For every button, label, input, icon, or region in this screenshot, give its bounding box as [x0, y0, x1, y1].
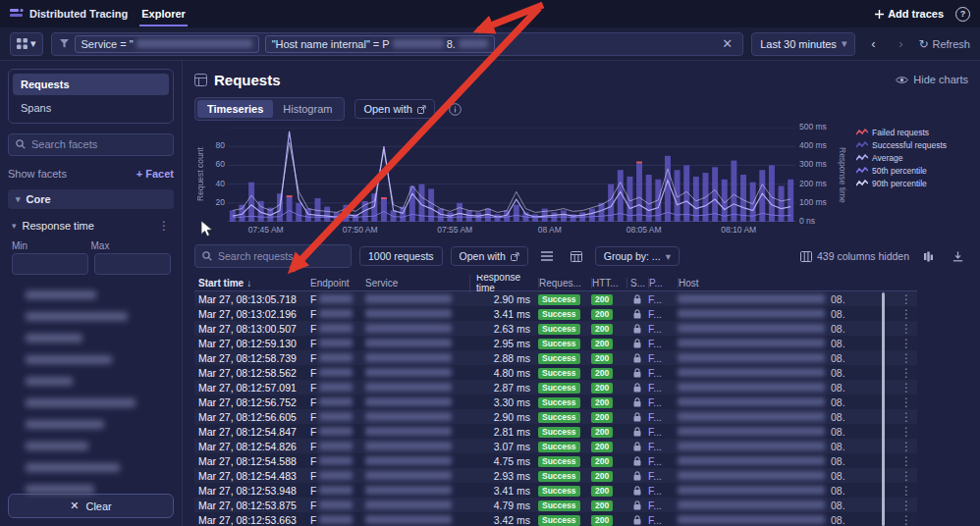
row-menu-icon[interactable]: ⋮	[896, 454, 917, 468]
row-menu-icon[interactable]: ⋮	[896, 351, 917, 365]
row-menu-icon[interactable]: ⋮	[896, 513, 917, 526]
add-facet-button[interactable]: + Facet	[136, 168, 174, 180]
column-header-request-status[interactable]: Reques...	[538, 278, 591, 289]
cell-p-link[interactable]: F...	[648, 514, 678, 526]
hide-charts-button[interactable]: Hide charts	[896, 74, 968, 85]
facet-search-box[interactable]	[8, 133, 174, 156]
cell-p-link[interactable]: F...	[648, 323, 678, 335]
request-search-input[interactable]	[218, 250, 344, 262]
facet-item-redacted[interactable]	[26, 334, 82, 342]
open-with-button[interactable]: Open with	[354, 99, 435, 119]
table-row[interactable]: Mar 27, 08:12:59.130 F 2.95 ms Success 2…	[194, 336, 917, 350]
column-header-response-time[interactable]: Response time	[469, 275, 538, 293]
requests-count-button[interactable]: 1000 requests	[359, 246, 443, 266]
column-settings-icon[interactable]	[917, 245, 939, 267]
table-row[interactable]: Mar 27, 08:12:56.752 F 3.30 ms Success 2…	[194, 394, 917, 409]
cell-p-link[interactable]: F...	[648, 441, 678, 452]
legend-item[interactable]: 50th percentile	[856, 166, 968, 176]
facet-item-redacted[interactable]	[26, 355, 112, 364]
clear-button[interactable]: ✕ Clear	[8, 494, 174, 518]
info-icon[interactable]	[445, 98, 466, 120]
cell-p-link[interactable]: F...	[648, 293, 678, 305]
facet-item-redacted[interactable]	[26, 377, 73, 386]
column-header-start-time[interactable]: Start time↓	[194, 278, 310, 289]
download-icon[interactable]	[947, 245, 968, 267]
cell-p-link[interactable]: F...	[648, 396, 678, 408]
table-view-icon[interactable]	[566, 245, 587, 267]
cell-p-link[interactable]: F...	[648, 382, 678, 394]
filter-pill-host[interactable]: "Host name internal" = P 8.	[265, 35, 495, 53]
column-header-service[interactable]: Service	[365, 278, 469, 289]
max-input[interactable]	[94, 253, 171, 275]
clear-query-icon[interactable]: ✕	[720, 36, 735, 51]
column-header-http-status[interactable]: HTT...	[591, 278, 626, 289]
time-prev-button[interactable]: ‹	[863, 33, 883, 55]
table-row[interactable]: Mar 27, 08:13:02.196 F 3.41 ms Success 2…	[194, 306, 917, 321]
row-menu-icon[interactable]: ⋮	[896, 292, 917, 306]
group-by-dropdown[interactable]: Group by: ... ▾	[595, 246, 680, 266]
column-header-s[interactable]: S...	[626, 278, 648, 289]
row-menu-icon[interactable]: ⋮	[896, 307, 917, 321]
cell-p-link[interactable]: F...	[648, 455, 678, 467]
time-range-dropdown[interactable]: Last 30 minutes ▾	[751, 32, 855, 56]
row-menu-icon[interactable]: ⋮	[896, 425, 917, 439]
row-menu-icon[interactable]: ⋮	[896, 440, 917, 453]
search-query-input[interactable]: Service = " "Host name internal" = P 8. …	[51, 32, 744, 56]
table-row[interactable]: Mar 27, 08:12:58.739 F 2.88 ms Success 2…	[194, 350, 917, 365]
table-row[interactable]: Mar 27, 08:13:05.718 F 2.90 ms Success 2…	[194, 291, 917, 306]
time-next-button[interactable]: ›	[891, 33, 910, 55]
facet-section-core[interactable]: ▾ Core	[8, 189, 174, 210]
cell-p-link[interactable]: F...	[648, 426, 678, 438]
sidebar-item-spans[interactable]: Spans	[13, 97, 169, 119]
timeseries-plot[interactable]	[228, 128, 795, 222]
row-menu-icon[interactable]: ⋮	[896, 337, 917, 350]
tab-explorer[interactable]: Explorer	[139, 2, 188, 26]
legend-item[interactable]: Successful requests	[856, 140, 968, 150]
facet-item-redacted[interactable]	[26, 398, 136, 407]
facet-item-redacted[interactable]	[26, 442, 88, 450]
facet-item-redacted[interactable]	[26, 463, 120, 472]
cell-p-link[interactable]: F...	[648, 352, 678, 364]
cell-p-link[interactable]: F...	[648, 308, 678, 320]
cell-p-link[interactable]: F...	[648, 500, 678, 511]
facet-item-redacted[interactable]	[26, 485, 94, 494]
table-row[interactable]: Mar 27, 08:12:54.483 F 2.93 ms Success 2…	[194, 468, 917, 483]
facet-response-time[interactable]: ▾ Response time ⋮	[8, 219, 174, 233]
cell-p-link[interactable]: F...	[648, 367, 678, 379]
row-menu-icon[interactable]: ⋮	[896, 322, 917, 336]
tab-histogram[interactable]: Histogram	[273, 100, 342, 118]
row-menu-icon[interactable]: ⋮	[896, 395, 917, 409]
cell-p-link[interactable]: F...	[648, 411, 678, 423]
column-header-host[interactable]: Host	[678, 278, 896, 289]
facet-search-input[interactable]	[31, 138, 166, 150]
row-menu-icon[interactable]: ⋮	[896, 499, 917, 512]
legend-item[interactable]: Failed requests	[856, 128, 968, 137]
table-row[interactable]: Mar 27, 08:13:00.507 F 2.63 ms Success 2…	[194, 321, 917, 336]
sidebar-item-requests[interactable]: Requests	[13, 74, 169, 95]
table-row[interactable]: Mar 27, 08:12:58.562 F 4.80 ms Success 2…	[194, 365, 917, 380]
table-row[interactable]: Mar 27, 08:12:53.663 F 3.42 ms Success 2…	[194, 512, 917, 526]
filter-pill-service[interactable]: Service = "	[75, 35, 259, 53]
table-scrollbar[interactable]	[882, 292, 885, 526]
table-row[interactable]: Mar 27, 08:12:54.826 F 3.07 ms Success 2…	[194, 439, 917, 453]
legend-item[interactable]: 90th percentile	[856, 179, 968, 188]
legend-item[interactable]: Average	[856, 153, 968, 163]
table-row[interactable]: Mar 27, 08:12:54.588 F 4.75 ms Success 2…	[194, 453, 917, 468]
table-row[interactable]: Mar 27, 08:12:57.091 F 2.87 ms Success 2…	[194, 380, 917, 394]
list-view-icon[interactable]	[536, 245, 558, 267]
facet-menu-icon[interactable]: ⋮	[158, 219, 170, 233]
table-row[interactable]: Mar 27, 08:12:53.948 F 3.41 ms Success 2…	[194, 483, 917, 498]
cell-p-link[interactable]: F...	[648, 470, 678, 482]
table-row[interactable]: Mar 27, 08:12:53.875 F 4.79 ms Success 2…	[194, 498, 917, 512]
facet-item-redacted[interactable]	[26, 420, 104, 429]
cell-p-link[interactable]: F...	[648, 485, 678, 497]
help-icon[interactable]: ?	[955, 7, 970, 22]
add-traces-button[interactable]: Add traces	[875, 8, 944, 20]
table-row[interactable]: Mar 27, 08:12:56.605 F 2.90 ms Success 2…	[194, 409, 917, 424]
row-menu-icon[interactable]: ⋮	[896, 469, 917, 483]
open-with-table-button[interactable]: Open with	[451, 246, 528, 266]
row-menu-icon[interactable]: ⋮	[896, 381, 917, 394]
min-input[interactable]	[12, 253, 88, 275]
refresh-button[interactable]: ↻ Refresh	[918, 37, 970, 51]
cell-p-link[interactable]: F...	[648, 338, 678, 349]
